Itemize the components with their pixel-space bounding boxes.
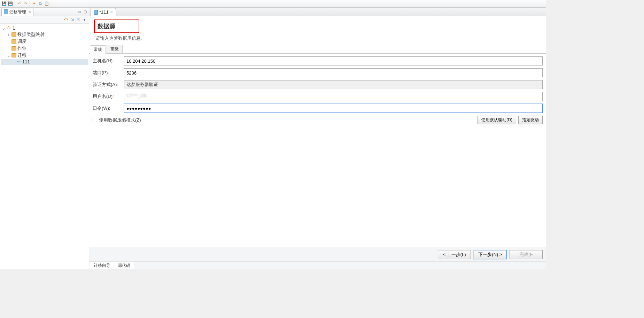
editor-tab-label: *111 xyxy=(99,9,109,15)
tree-item-111[interactable]: 111 xyxy=(1,59,88,65)
editor-tab[interactable]: *111 ✕ xyxy=(91,8,116,16)
folder-icon xyxy=(11,46,16,51)
left-panel-title: 迁移管理 xyxy=(9,9,26,15)
undo-icon[interactable]: ↶ xyxy=(16,1,22,7)
minimize-icon[interactable]: ▭ xyxy=(77,9,82,14)
tree-root-label: 1 xyxy=(13,25,15,31)
port-label: 端口(P): xyxy=(93,70,124,76)
migration-item-icon xyxy=(17,60,21,64)
db-icon xyxy=(94,10,98,15)
panel-icon xyxy=(4,9,8,14)
compress-checkbox-input[interactable] xyxy=(93,118,97,122)
default-driver-button[interactable]: 使用默认驱动(D) xyxy=(478,116,516,124)
compress-label: 使用数据压缩模式(Z) xyxy=(99,117,141,123)
app-toolbar: 💾 💾 ↶ ↷ ✂ ⧉ 📋 xyxy=(0,0,546,8)
export-icon[interactable]: ⇱ xyxy=(76,17,81,22)
finish-button: 完成(F xyxy=(510,250,543,259)
separator xyxy=(15,1,15,7)
next-button[interactable]: 下一步(N) > xyxy=(474,250,507,259)
specify-driver-button[interactable]: 指定驱动 xyxy=(518,116,543,124)
tab-source[interactable]: 源代码 xyxy=(114,262,134,269)
tree-item-schedule[interactable]: 调度 xyxy=(1,38,88,45)
tab-wizard[interactable]: 迁移向导 xyxy=(90,262,114,269)
save-icon[interactable]: 💾 xyxy=(1,1,7,7)
close-icon[interactable]: ✕ xyxy=(110,10,113,14)
copy-icon[interactable]: ⧉ xyxy=(38,1,43,7)
tree-label: 迁移 xyxy=(17,52,26,59)
tree-label: 调度 xyxy=(17,38,26,45)
tab-general[interactable]: 常规 xyxy=(90,45,106,54)
project-tree: ⌄ 1 › 数据类型映射 调度 作业 ⌄ 迁移 xyxy=(0,24,89,269)
user-label: 用户名(U): xyxy=(93,93,124,100)
left-panel-tab[interactable]: 迁移管理 ✕ xyxy=(1,8,33,16)
folder-icon xyxy=(11,32,16,37)
pwd-label: 口令(W): xyxy=(93,105,124,111)
migration-manager-panel: 迁移管理 ✕ ▭ ▢ ⇲ ⇱ ▾ ⌄ 1 xyxy=(0,8,89,269)
folder-icon xyxy=(11,39,16,44)
page-subtitle: 请输入达梦数据库信息。 xyxy=(95,35,541,41)
host-label: 主机名(H): xyxy=(93,58,124,64)
bottom-tab-row: 迁移向导 源代码 xyxy=(89,262,546,269)
left-toolbox: ⇲ ⇱ ▾ xyxy=(0,16,89,24)
cut-icon[interactable]: ✂ xyxy=(31,1,37,7)
save-all-icon[interactable]: 💾 xyxy=(8,1,13,7)
auth-select[interactable] xyxy=(124,80,543,89)
tree-label: 111 xyxy=(22,59,30,64)
tree-item-datatype[interactable]: › 数据类型映射 xyxy=(1,31,88,38)
paste-icon[interactable]: 📋 xyxy=(44,1,49,7)
cluster-toolbar-icon[interactable] xyxy=(64,17,69,22)
tree-root[interactable]: ⌄ 1 xyxy=(1,25,88,31)
tree-label: 数据类型映射 xyxy=(17,31,45,38)
auth-label: 验证方式(A): xyxy=(93,82,124,88)
password-input[interactable] xyxy=(124,104,543,113)
prev-button[interactable]: < 上一步(L) xyxy=(438,250,471,259)
tree-item-job[interactable]: 作业 xyxy=(1,45,88,52)
username-input[interactable]: CT***_DB xyxy=(124,92,543,101)
maximize-icon[interactable]: ▢ xyxy=(83,9,87,14)
host-input[interactable] xyxy=(124,56,543,65)
tree-item-migration[interactable]: ⌄ 迁移 xyxy=(1,52,88,59)
port-input[interactable] xyxy=(124,68,543,77)
tree-label: 作业 xyxy=(17,45,26,52)
import-icon[interactable]: ⇲ xyxy=(70,17,75,22)
cluster-icon xyxy=(7,26,11,30)
close-icon[interactable]: ✕ xyxy=(28,10,31,14)
folder-icon xyxy=(11,53,16,57)
menu-icon[interactable]: ▾ xyxy=(82,17,87,22)
tab-advanced[interactable]: 高级 xyxy=(107,45,123,53)
inner-tab-row: 常规 高级 xyxy=(89,45,546,54)
wizard-button-bar: < 上一步(L) 下一步(N) > 完成(F xyxy=(89,247,546,262)
page-title: 数据源 xyxy=(94,20,139,33)
compress-checkbox[interactable]: 使用数据压缩模式(Z) xyxy=(93,117,141,123)
separator xyxy=(30,1,30,7)
redo-icon[interactable]: ↷ xyxy=(23,1,28,7)
editor-panel: *111 ✕ 数据源 请输入达梦数据库信息。 常规 高级 主机名(H): xyxy=(89,8,546,269)
